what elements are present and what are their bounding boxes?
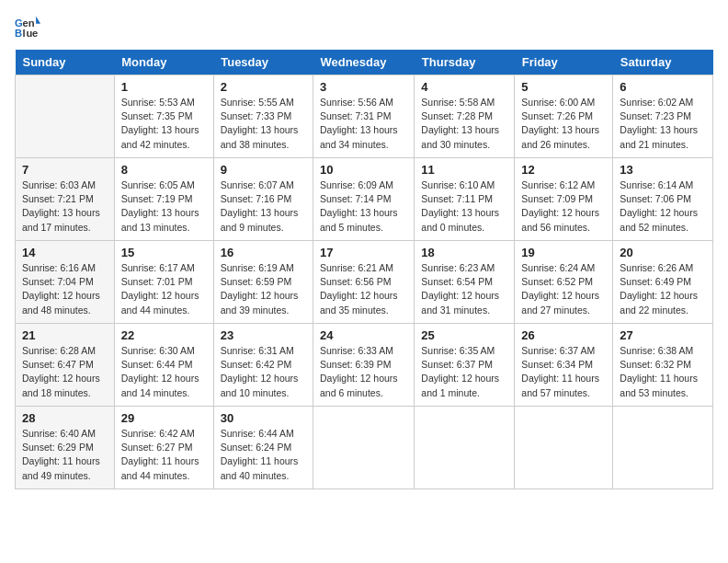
svg-marker-7 — [36, 16, 40, 23]
svg-text:e: e — [22, 17, 28, 29]
day-number: 28 — [22, 411, 108, 425]
week-row-1: 1Sunrise: 5:53 AMSunset: 7:35 PMDaylight… — [16, 75, 713, 158]
day-number: 29 — [121, 411, 207, 425]
day-number: 10 — [320, 163, 407, 177]
day-cell — [313, 407, 414, 489]
day-number: 21 — [22, 328, 108, 342]
day-cell: 24Sunrise: 6:33 AMSunset: 6:39 PMDayligh… — [313, 324, 414, 407]
logo: G e n B l u e — [15, 15, 44, 40]
day-number: 24 — [320, 328, 407, 342]
day-cell: 12Sunrise: 6:12 AMSunset: 7:09 PMDayligh… — [515, 158, 613, 241]
day-cell: 27Sunrise: 6:38 AMSunset: 6:32 PMDayligh… — [613, 324, 713, 407]
day-cell: 29Sunrise: 6:42 AMSunset: 6:27 PMDayligh… — [114, 407, 213, 489]
day-info: Sunrise: 6:03 AMSunset: 7:21 PMDaylight:… — [22, 178, 108, 235]
logo-icon: G e n B l u e — [15, 15, 40, 40]
week-row-2: 7Sunrise: 6:03 AMSunset: 7:21 PMDaylight… — [16, 158, 713, 241]
day-cell: 15Sunrise: 6:17 AMSunset: 7:01 PMDayligh… — [114, 241, 213, 324]
day-header-thursday: Thursday — [415, 50, 515, 75]
day-cell — [16, 75, 115, 158]
day-cell: 11Sunrise: 6:10 AMSunset: 7:11 PMDayligh… — [415, 158, 515, 241]
day-info: Sunrise: 6:44 AMSunset: 6:24 PMDaylight:… — [221, 427, 306, 483]
day-number: 27 — [620, 328, 706, 342]
day-info: Sunrise: 6:24 AMSunset: 6:52 PMDaylight:… — [521, 261, 606, 317]
day-cell: 2Sunrise: 5:55 AMSunset: 7:33 PMDaylight… — [213, 75, 313, 158]
day-cell: 18Sunrise: 6:23 AMSunset: 6:54 PMDayligh… — [415, 241, 515, 324]
day-cell: 26Sunrise: 6:37 AMSunset: 6:34 PMDayligh… — [515, 324, 613, 407]
week-row-4: 21Sunrise: 6:28 AMSunset: 6:47 PMDayligh… — [16, 324, 713, 407]
day-number: 30 — [221, 411, 306, 425]
day-number: 12 — [521, 163, 606, 177]
day-info: Sunrise: 5:55 AMSunset: 7:33 PMDaylight:… — [221, 96, 306, 152]
day-header-sunday: Sunday — [16, 50, 115, 75]
day-header-friday: Friday — [515, 50, 613, 75]
day-number: 25 — [421, 328, 507, 342]
day-info: Sunrise: 6:17 AMSunset: 7:01 PMDaylight:… — [121, 261, 207, 317]
svg-text:n: n — [28, 17, 35, 29]
day-cell: 10Sunrise: 6:09 AMSunset: 7:14 PMDayligh… — [313, 158, 414, 241]
day-number: 8 — [121, 163, 207, 177]
day-info: Sunrise: 6:38 AMSunset: 6:32 PMDaylight:… — [620, 344, 706, 400]
day-info: Sunrise: 6:16 AMSunset: 7:04 PMDaylight:… — [22, 261, 108, 317]
day-number: 17 — [320, 246, 407, 259]
day-number: 14 — [22, 246, 108, 259]
day-info: Sunrise: 6:31 AMSunset: 6:42 PMDaylight:… — [221, 344, 306, 400]
day-number: 20 — [620, 246, 706, 259]
day-info: Sunrise: 6:30 AMSunset: 6:44 PMDaylight:… — [121, 344, 207, 400]
day-number: 22 — [121, 328, 207, 342]
day-info: Sunrise: 6:09 AMSunset: 7:14 PMDaylight:… — [320, 178, 407, 235]
day-number: 2 — [221, 80, 306, 94]
day-number: 23 — [221, 328, 306, 342]
day-cell: 3Sunrise: 5:56 AMSunset: 7:31 PMDaylight… — [313, 75, 414, 158]
day-number: 5 — [521, 80, 606, 94]
day-info: Sunrise: 6:10 AMSunset: 7:11 PMDaylight:… — [421, 178, 507, 235]
day-info: Sunrise: 6:26 AMSunset: 6:49 PMDaylight:… — [620, 261, 706, 317]
day-cell: 21Sunrise: 6:28 AMSunset: 6:47 PMDayligh… — [16, 324, 115, 407]
svg-text:l: l — [22, 28, 25, 39]
day-number: 6 — [620, 80, 706, 94]
day-cell: 19Sunrise: 6:24 AMSunset: 6:52 PMDayligh… — [515, 241, 613, 324]
day-info: Sunrise: 6:23 AMSunset: 6:54 PMDaylight:… — [421, 261, 507, 317]
day-info: Sunrise: 6:35 AMSunset: 6:37 PMDaylight:… — [421, 344, 507, 400]
day-cell: 1Sunrise: 5:53 AMSunset: 7:35 PMDaylight… — [114, 75, 213, 158]
day-cell: 20Sunrise: 6:26 AMSunset: 6:49 PMDayligh… — [613, 241, 713, 324]
week-row-3: 14Sunrise: 6:16 AMSunset: 7:04 PMDayligh… — [16, 241, 713, 324]
day-info: Sunrise: 6:42 AMSunset: 6:27 PMDaylight:… — [121, 427, 207, 483]
day-number: 1 — [121, 80, 207, 94]
day-info: Sunrise: 6:00 AMSunset: 7:26 PMDaylight:… — [521, 96, 606, 152]
day-cell: 7Sunrise: 6:03 AMSunset: 7:21 PMDaylight… — [16, 158, 115, 241]
day-info: Sunrise: 6:33 AMSunset: 6:39 PMDaylight:… — [320, 344, 407, 400]
day-info: Sunrise: 6:37 AMSunset: 6:34 PMDaylight:… — [521, 344, 606, 400]
day-number: 4 — [421, 80, 507, 94]
day-cell: 9Sunrise: 6:07 AMSunset: 7:16 PMDaylight… — [213, 158, 313, 241]
day-number: 3 — [320, 80, 407, 94]
day-number: 13 — [620, 163, 706, 177]
day-cell: 17Sunrise: 6:21 AMSunset: 6:56 PMDayligh… — [313, 241, 414, 324]
day-info: Sunrise: 5:58 AMSunset: 7:28 PMDaylight:… — [421, 96, 507, 152]
svg-text:G: G — [15, 17, 23, 29]
day-cell — [613, 407, 713, 489]
day-header-saturday: Saturday — [613, 50, 713, 75]
day-cell: 14Sunrise: 6:16 AMSunset: 7:04 PMDayligh… — [16, 241, 115, 324]
day-cell: 6Sunrise: 6:02 AMSunset: 7:23 PMDaylight… — [613, 75, 713, 158]
day-number: 18 — [421, 246, 507, 259]
day-cell: 8Sunrise: 6:05 AMSunset: 7:19 PMDaylight… — [114, 158, 213, 241]
svg-text:B: B — [15, 28, 22, 39]
day-cell: 13Sunrise: 6:14 AMSunset: 7:06 PMDayligh… — [613, 158, 713, 241]
day-info: Sunrise: 6:21 AMSunset: 6:56 PMDaylight:… — [320, 261, 407, 317]
day-cell — [515, 407, 613, 489]
day-number: 26 — [521, 328, 606, 342]
day-cell: 4Sunrise: 5:58 AMSunset: 7:28 PMDaylight… — [415, 75, 515, 158]
day-cell: 23Sunrise: 6:31 AMSunset: 6:42 PMDayligh… — [213, 324, 313, 407]
day-number: 15 — [121, 246, 207, 259]
day-cell: 22Sunrise: 6:30 AMSunset: 6:44 PMDayligh… — [114, 324, 213, 407]
day-info: Sunrise: 6:12 AMSunset: 7:09 PMDaylight:… — [521, 178, 606, 235]
day-number: 9 — [221, 163, 306, 177]
day-cell: 16Sunrise: 6:19 AMSunset: 6:59 PMDayligh… — [213, 241, 313, 324]
day-info: Sunrise: 6:05 AMSunset: 7:19 PMDaylight:… — [121, 178, 207, 235]
calendar-table: SundayMondayTuesdayWednesdayThursdayFrid… — [15, 50, 713, 489]
svg-text:e: e — [32, 28, 38, 39]
day-info: Sunrise: 6:14 AMSunset: 7:06 PMDaylight:… — [620, 178, 706, 235]
day-number: 11 — [421, 163, 507, 177]
day-info: Sunrise: 6:07 AMSunset: 7:16 PMDaylight:… — [221, 178, 306, 235]
day-header-monday: Monday — [114, 50, 213, 75]
